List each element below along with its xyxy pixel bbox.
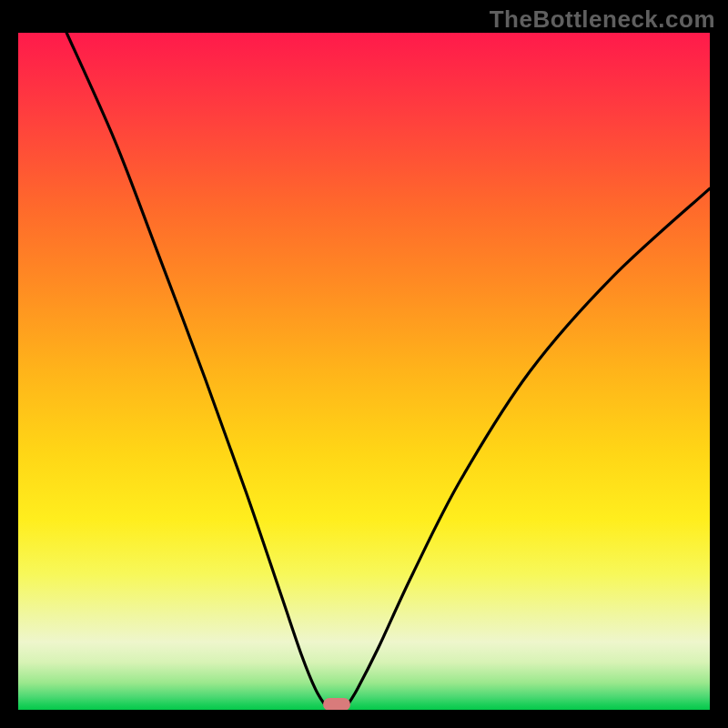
curve-right-branch [347, 188, 710, 706]
curve-left-branch [66, 33, 326, 706]
chart-container: TheBottleneck.com [0, 0, 728, 728]
plot-area [18, 33, 710, 710]
minimum-marker [323, 698, 350, 710]
watermark-text: TheBottleneck.com [490, 5, 715, 34]
curve-svg [18, 33, 710, 710]
